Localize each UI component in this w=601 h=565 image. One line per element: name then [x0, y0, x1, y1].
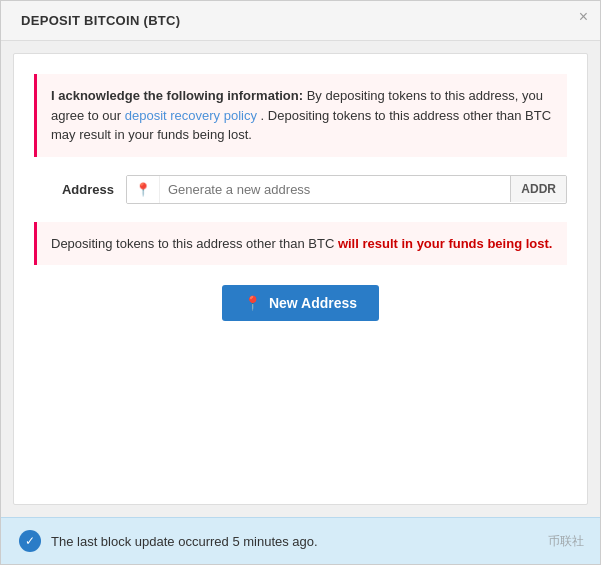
status-message: The last block update occurred 5 minutes…: [51, 534, 318, 549]
addr-button[interactable]: ADDR: [510, 176, 566, 202]
new-address-pin-icon: 📍: [244, 295, 261, 311]
address-input-wrapper: 📍 ADDR: [126, 175, 567, 204]
new-address-label: New Address: [269, 295, 357, 311]
deposit-recovery-link[interactable]: deposit recovery policy: [125, 108, 257, 123]
check-circle-icon: ✓: [19, 530, 41, 552]
status-bar: ✓ The last block update occurred 5 minut…: [1, 517, 600, 564]
modal-body: I acknowledge the following information:…: [13, 53, 588, 505]
notice-bold: I acknowledge the following information:: [51, 88, 303, 103]
warning-prefix: Depositing tokens to this address other …: [51, 236, 338, 251]
watermark: 币联社: [548, 533, 584, 550]
notice-box: I acknowledge the following information:…: [34, 74, 567, 157]
warning-box: Depositing tokens to this address other …: [34, 222, 567, 266]
new-address-button[interactable]: 📍 New Address: [222, 285, 379, 321]
pin-icon: 📍: [127, 176, 160, 203]
modal-container: × DEPOSIT BITCOIN (BTC) I acknowledge th…: [0, 0, 601, 565]
address-label: Address: [34, 182, 114, 197]
address-row: Address 📍 ADDR: [34, 175, 567, 204]
modal-title: DEPOSIT BITCOIN (BTC): [21, 13, 180, 28]
address-input[interactable]: [160, 176, 510, 203]
close-button[interactable]: ×: [579, 9, 588, 25]
warning-bold: will result in your funds being lost.: [338, 236, 553, 251]
modal-header: DEPOSIT BITCOIN (BTC): [1, 1, 600, 41]
